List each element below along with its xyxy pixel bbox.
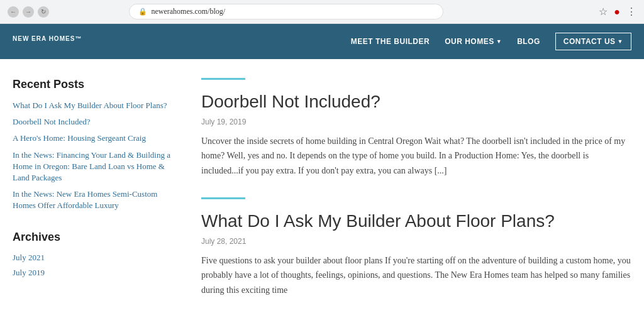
refresh-button[interactable]: ↻ — [38, 6, 49, 18]
main-content: Doorbell Not Included? July 19, 2019 Unc… — [201, 72, 631, 317]
browser-actions: ☆ ● ⋮ — [599, 6, 636, 18]
menu-icon[interactable]: ⋮ — [626, 6, 636, 18]
archive-link-july-2019[interactable]: July 2019 — [13, 268, 45, 277]
post-title-link-2[interactable]: What Do I Ask My Builder About Floor Pla… — [201, 211, 555, 231]
lock-icon: 🔒 — [138, 8, 147, 16]
contact-us-dropdown-arrow: ▼ — [618, 38, 623, 45]
archives-section: Archives July 2021 July 2019 — [13, 231, 176, 278]
recent-post-link-2[interactable]: Doorbell Not Included? — [13, 116, 176, 128]
nav-our-homes[interactable]: OUR HOMES ▼ — [445, 37, 502, 46]
list-item: In the News: Financing Your Land & Build… — [13, 150, 176, 184]
list-item: Doorbell Not Included? — [13, 116, 176, 128]
recent-posts-title: Recent Posts — [13, 78, 176, 91]
archives-title: Archives — [13, 231, 176, 244]
recent-post-link-3[interactable]: A Hero's Home: Housing Sergeant Craig — [13, 133, 176, 144]
list-item: What Do I Ask My Builder About Floor Pla… — [13, 100, 176, 111]
browser-chrome: ← → ↻ 🔒 newerahomes.com/blog/ ☆ ● ⋮ — [0, 0, 644, 24]
post-excerpt-1: Uncover the inside secrets of home build… — [201, 134, 631, 178]
site-nav: MEET THE BUILDER OUR HOMES ▼ BLOG CONTAC… — [351, 33, 631, 50]
post-title-1: Doorbell Not Included? — [201, 91, 631, 113]
url-text: newerahomes.com/blog/ — [151, 7, 225, 16]
post-block-2: What Do I Ask My Builder About Floor Pla… — [201, 197, 631, 298]
star-icon[interactable]: ☆ — [599, 6, 608, 18]
list-item: A Hero's Home: Housing Sergeant Craig — [13, 133, 176, 144]
post-date-1: July 19, 2019 — [201, 118, 631, 126]
nav-contact-us[interactable]: CONTACT US ▼ — [555, 33, 631, 50]
recent-post-link-5[interactable]: In the News: New Era Homes Semi-Custom H… — [13, 189, 176, 211]
post-divider-2 — [201, 197, 245, 199]
our-homes-dropdown-arrow: ▼ — [496, 38, 502, 45]
post-title-2: What Do I Ask My Builder About Floor Pla… — [201, 211, 631, 232]
post-divider-1 — [201, 78, 245, 80]
nav-blog[interactable]: BLOG — [517, 37, 540, 46]
list-item: July 2019 — [13, 268, 176, 278]
post-excerpt-2: Five questions to ask your builder about… — [201, 253, 631, 298]
post-title-link-1[interactable]: Doorbell Not Included? — [201, 92, 380, 111]
sidebar: Recent Posts What Do I Ask My Builder Ab… — [13, 72, 176, 317]
recent-posts-list: What Do I Ask My Builder About Floor Pla… — [13, 100, 176, 212]
archives-list: July 2021 July 2019 — [13, 253, 176, 278]
post-block-1: Doorbell Not Included? July 19, 2019 Unc… — [201, 78, 631, 178]
profile-icon[interactable]: ● — [614, 6, 620, 18]
nav-meet-the-builder[interactable]: MEET THE BUILDER — [351, 37, 430, 46]
site-header: NEW ERA HOMES™ MEET THE BUILDER OUR HOME… — [0, 24, 644, 59]
site-logo[interactable]: NEW ERA HOMES™ — [13, 35, 82, 48]
recent-post-link-1[interactable]: What Do I Ask My Builder About Floor Pla… — [13, 100, 176, 111]
back-button[interactable]: ← — [8, 6, 19, 18]
recent-post-link-4[interactable]: In the News: Financing Your Land & Build… — [13, 150, 176, 184]
list-item: In the News: New Era Homes Semi-Custom H… — [13, 189, 176, 211]
list-item: July 2021 — [13, 253, 176, 263]
post-date-2: July 28, 2021 — [201, 237, 631, 246]
page-body: Recent Posts What Do I Ask My Builder Ab… — [0, 59, 644, 329]
archive-link-july-2021[interactable]: July 2021 — [13, 253, 45, 262]
forward-button[interactable]: → — [23, 6, 34, 18]
address-bar[interactable]: 🔒 newerahomes.com/blog/ — [129, 4, 443, 19]
